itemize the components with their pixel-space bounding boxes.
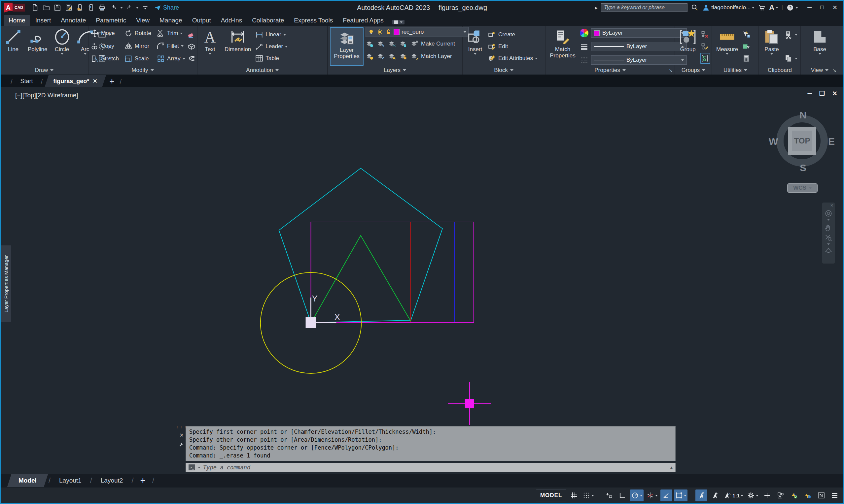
ortho-mode-toggle[interactable] bbox=[617, 489, 628, 501]
annotation-autoscale-toggle[interactable] bbox=[709, 489, 721, 501]
make-current-button[interactable]: Make Current bbox=[410, 38, 455, 50]
view-expander-icon[interactable]: ↘ bbox=[832, 68, 837, 73]
grid-display-toggle[interactable] bbox=[568, 489, 580, 501]
create-block-button[interactable]: Create bbox=[488, 29, 538, 40]
ribbon-tab-featured-apps[interactable]: Featured Apps bbox=[338, 15, 388, 26]
file-tab-start[interactable]: Start bbox=[15, 75, 39, 87]
match-layer-button[interactable]: Match Layer bbox=[410, 51, 452, 62]
panel-modify-footer[interactable]: Modify bbox=[88, 66, 197, 74]
app-menu-button[interactable]: A CAD bbox=[4, 3, 25, 13]
mirror-button[interactable]: Mirror bbox=[124, 40, 151, 52]
ribbon-tab-collaborate[interactable]: Collaborate bbox=[247, 15, 289, 26]
base-button[interactable]: Base bbox=[809, 27, 830, 66]
object-color-dropdown[interactable]: ByLayer bbox=[591, 29, 687, 38]
ribbon-tab-insert[interactable]: Insert bbox=[31, 15, 56, 26]
polar-tracking-toggle[interactable] bbox=[630, 489, 643, 501]
panel-draw-footer[interactable]: Draw bbox=[1, 66, 88, 74]
select-similar-button[interactable] bbox=[742, 41, 751, 52]
annotation-scale-button[interactable]: 1:1 bbox=[723, 489, 744, 501]
panel-annotation-footer[interactable]: Annotation bbox=[197, 66, 327, 74]
navbar-close-icon[interactable]: ✕ bbox=[830, 203, 833, 208]
layer-lock-button[interactable] bbox=[399, 40, 408, 48]
dimension-button[interactable]: Dimension bbox=[223, 27, 253, 66]
linear-button[interactable]: Linear bbox=[255, 29, 288, 40]
tab-model[interactable]: Model bbox=[7, 474, 48, 487]
save-as-icon[interactable] bbox=[64, 3, 73, 12]
app-store-cart-icon[interactable] bbox=[758, 4, 766, 12]
redo-icon[interactable] bbox=[125, 3, 134, 12]
ribbon-tab-annotate[interactable]: Annotate bbox=[56, 15, 90, 26]
layer-freeze-button[interactable] bbox=[388, 40, 397, 48]
undo-dropdown-caret[interactable] bbox=[120, 7, 123, 8]
pickbox[interactable] bbox=[467, 401, 472, 406]
annotation-monitor-button[interactable] bbox=[761, 489, 773, 501]
table-button[interactable]: Table bbox=[255, 53, 288, 64]
object-snap-toggle[interactable] bbox=[674, 489, 688, 501]
annotation-visibility-toggle[interactable] bbox=[695, 489, 707, 501]
leader-button[interactable]: Leader bbox=[255, 41, 288, 52]
doc-minimize-icon[interactable]: ─ bbox=[808, 90, 812, 97]
model-space-button[interactable]: MODEL bbox=[536, 489, 566, 501]
properties-expander-icon[interactable]: ↘ bbox=[669, 68, 673, 73]
object-snap-tracking-toggle[interactable] bbox=[660, 489, 672, 501]
isodraft-toggle[interactable] bbox=[645, 489, 659, 501]
layer-properties-manager-tab[interactable]: Layer Properties Manager bbox=[1, 246, 11, 322]
line-button[interactable]: Line bbox=[3, 27, 24, 66]
window-minimize-button[interactable]: ─ bbox=[807, 4, 812, 11]
edit-block-button[interactable]: Edit bbox=[488, 41, 538, 52]
hardware-acceleration-button[interactable] bbox=[802, 489, 814, 501]
tab-layout2[interactable]: Layout2 bbox=[95, 474, 129, 487]
orbit-icon[interactable] bbox=[824, 246, 833, 255]
command-recent-caret[interactable] bbox=[198, 467, 201, 468]
layer-select-dropdown[interactable]: rec_ouro bbox=[365, 27, 468, 37]
window-maximize-button[interactable]: □ bbox=[820, 4, 824, 11]
group-button[interactable]: Group bbox=[677, 27, 699, 66]
circle-button[interactable]: Circle bbox=[52, 27, 73, 66]
layer-unisolate-button[interactable] bbox=[377, 52, 385, 61]
copy-clip-button[interactable] bbox=[784, 53, 797, 64]
open-file-icon[interactable] bbox=[41, 3, 51, 12]
panel-groups-footer[interactable]: Groups bbox=[675, 66, 711, 74]
zoom-extents-icon[interactable] bbox=[824, 234, 833, 242]
new-layout-button[interactable]: + bbox=[136, 475, 150, 486]
new-file-icon[interactable] bbox=[30, 3, 40, 12]
explode-button[interactable] bbox=[187, 41, 196, 52]
erase-button[interactable] bbox=[187, 29, 196, 40]
lineweight-dropdown[interactable]: ByLayer bbox=[591, 42, 687, 51]
ribbon-tab-parametric[interactable]: Parametric bbox=[91, 15, 131, 26]
open-from-web-mobile-icon[interactable] bbox=[75, 3, 85, 12]
save-icon[interactable] bbox=[53, 3, 62, 12]
layer-on-all-button[interactable] bbox=[365, 52, 374, 61]
dynamic-input-toggle[interactable] bbox=[603, 489, 615, 501]
panel-block-footer[interactable]: Block bbox=[463, 66, 545, 74]
customize-qat-icon[interactable] bbox=[141, 3, 150, 12]
edit-attributes-button[interactable]: Edit Attributes bbox=[488, 53, 538, 64]
scale-button[interactable]: Scale bbox=[124, 53, 151, 64]
search-icon[interactable] bbox=[691, 4, 699, 12]
undo-icon[interactable] bbox=[109, 3, 118, 12]
green-zigzag[interactable] bbox=[312, 235, 411, 322]
command-wrench-icon[interactable] bbox=[179, 442, 185, 448]
file-tab-close-icon[interactable]: ✕ bbox=[92, 77, 98, 85]
viewcube-south[interactable]: S bbox=[800, 162, 806, 174]
ribbon-tab-express-tools[interactable]: Express Tools bbox=[289, 15, 338, 26]
plot-icon[interactable] bbox=[98, 3, 107, 12]
pan-hand-icon[interactable] bbox=[824, 223, 833, 232]
isolate-objects-button[interactable] bbox=[775, 489, 787, 501]
window-close-button[interactable]: ✕ bbox=[832, 4, 838, 11]
rotate-button[interactable]: Rotate bbox=[124, 28, 151, 39]
doc-restore-icon[interactable]: ❐ bbox=[819, 90, 825, 97]
layer-off-button[interactable] bbox=[365, 40, 374, 48]
redo-dropdown-caret[interactable] bbox=[136, 7, 139, 8]
command-history[interactable]: Specify first corner point or [Chamfer/E… bbox=[186, 426, 676, 461]
viewcube-east[interactable]: E bbox=[828, 136, 835, 147]
ribbon-tab-home[interactable]: Home bbox=[4, 15, 30, 26]
group-edit-button[interactable] bbox=[700, 41, 710, 52]
match-properties-button[interactable]: Match Properties bbox=[548, 27, 578, 66]
ungroup-button[interactable] bbox=[700, 29, 710, 40]
text-button[interactable]: AText bbox=[200, 27, 221, 66]
pentagon[interactable] bbox=[279, 168, 443, 323]
customization-menu-button[interactable] bbox=[829, 489, 841, 501]
viewcube-north[interactable]: N bbox=[799, 109, 807, 121]
steering-wheel-icon[interactable] bbox=[824, 209, 833, 218]
